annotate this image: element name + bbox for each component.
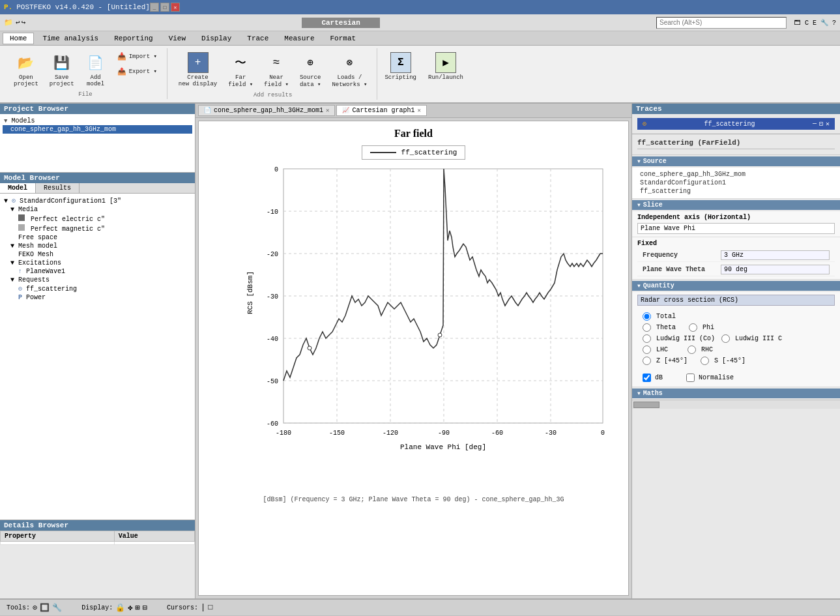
tab-measure[interactable]: Measure: [277, 33, 321, 44]
tool-icon-1[interactable]: ⊙: [33, 603, 37, 613]
trace-delete-icon[interactable]: ✕: [826, 120, 830, 128]
run-launch-button[interactable]: ▶ Run/launch: [424, 50, 468, 83]
cone-tab-close[interactable]: ✕: [326, 107, 329, 114]
tab-trace[interactable]: Trace: [240, 33, 276, 44]
tab-home[interactable]: Home: [3, 33, 34, 44]
source-section-header[interactable]: ▼ Source: [632, 156, 840, 166]
close-button[interactable]: ✕: [171, 3, 180, 12]
doc-tab-cartesian[interactable]: 📈 Cartesian graph1 ✕: [336, 105, 426, 116]
trace-hide-icon[interactable]: —: [813, 120, 817, 128]
svg-text:-60: -60: [267, 420, 278, 428]
svg-text:RCS [dBsm]: RCS [dBsm]: [246, 271, 254, 314]
slice-section-header[interactable]: ▼ Slice: [632, 200, 840, 210]
scripting-button[interactable]: Σ Scripting: [380, 50, 421, 83]
horizontal-scrollbar[interactable]: [632, 400, 840, 409]
expand-icon-mesh: ▼: [10, 242, 18, 250]
radio-rhc-input[interactable]: [688, 345, 696, 354]
radio-s-minus45-input[interactable]: [701, 357, 709, 365]
loads-networks-button[interactable]: ⊗ Loads /Networks ▾: [327, 50, 371, 91]
import-button[interactable]: 📥 Import ▾: [113, 50, 162, 63]
tree-perfect-magnetic[interactable]: Perfect magnetic c": [3, 224, 192, 233]
tree-ff-scattering[interactable]: ⊙ ff_scattering: [3, 284, 192, 293]
db-checkbox[interactable]: [643, 374, 651, 382]
search-input[interactable]: [656, 17, 787, 29]
center-area: 📄 cone_sphere_gap_hh_3GHz_mom1 ✕ 📈 Carte…: [196, 104, 631, 598]
details-browser: Details Browser Property Value: [0, 520, 195, 598]
display-icon-3[interactable]: ⊞: [136, 603, 140, 613]
add-model-button[interactable]: 📄 Addmodel: [81, 50, 111, 90]
tool-icon-3[interactable]: 🔧: [52, 603, 62, 613]
radio-ludwig3-c-input[interactable]: [721, 334, 730, 343]
display-icon-1[interactable]: 🔒: [115, 603, 125, 613]
display-icon-2[interactable]: ✤: [128, 603, 132, 613]
export-button[interactable]: 📤 Export ▾: [113, 65, 162, 78]
source-data-button[interactable]: ⊕ Sourcedata ▾: [295, 50, 325, 91]
project-tree-models[interactable]: ▼ Models: [3, 117, 192, 125]
chart-legend: ff_scattering: [199, 145, 628, 160]
std-config-icon: ⊙: [12, 198, 16, 205]
trace-settings-icon[interactable]: ⊡: [819, 120, 823, 128]
doc-tab-cone[interactable]: 📄 cone_sphere_gap_hh_3GHz_mom1 ✕: [198, 105, 335, 116]
far-field-button[interactable]: 〜 Farfield ▾: [224, 50, 257, 91]
redo-icon[interactable]: ↪: [22, 18, 26, 27]
radio-z-plus45-input[interactable]: [643, 357, 651, 365]
radio-theta-phi-row: Theta Phi: [643, 322, 830, 333]
radio-s-minus45: S [-45°]: [701, 355, 746, 366]
project-tree-cone[interactable]: cone_sphere_gap_hh_3GHz_mom: [3, 125, 192, 134]
tab-display[interactable]: Display: [194, 33, 239, 44]
model-tab-results[interactable]: Results: [36, 183, 80, 193]
plane-wave-theta-value[interactable]: 90 deg: [721, 265, 830, 274]
quantity-section-header[interactable]: ▼ Quantity: [632, 281, 840, 291]
near-field-button[interactable]: ≈ Nearfield ▾: [259, 50, 293, 91]
cartesian-tab-close[interactable]: ✕: [417, 107, 420, 114]
maximize-button[interactable]: □: [160, 3, 169, 12]
tree-standardconfig[interactable]: ▼ ⊙ StandardConfiguration1 [3": [3, 196, 192, 205]
normalise-checkbox-row: Normalise: [681, 372, 739, 384]
tool-icon-2[interactable]: 🔲: [40, 603, 50, 613]
tree-feko-mesh[interactable]: FEKO Mesh: [3, 250, 192, 259]
import-label: Import ▾: [129, 53, 157, 60]
project-browser-tree: ▼ Models cone_sphere_gap_hh_3GHz_mom: [0, 114, 195, 173]
tab-time-analysis[interactable]: Time analysis: [35, 33, 106, 44]
open-project-button[interactable]: 📂 Openproject: [9, 50, 43, 90]
radio-total-input[interactable]: [643, 312, 651, 321]
quantity-value[interactable]: Radar cross section (RCS): [637, 295, 835, 306]
radio-rhc: RHC: [688, 344, 713, 355]
tree-media[interactable]: ▼ Media: [3, 205, 192, 214]
undo-icon[interactable]: ↩: [16, 18, 20, 27]
scrollbar-thumb[interactable]: [633, 402, 659, 408]
minimize-button[interactable]: _: [150, 3, 159, 12]
tree-power[interactable]: P Power: [3, 293, 192, 302]
tab-view[interactable]: View: [162, 33, 193, 44]
cursor-icon-1[interactable]: |: [201, 603, 205, 612]
radio-ludwig3-co-input[interactable]: [643, 334, 651, 343]
cursor-icon-2[interactable]: □: [208, 603, 212, 612]
source-value-2: StandardConfiguration1: [637, 179, 835, 187]
tree-planewave[interactable]: ↑ PlaneWave1: [3, 267, 192, 276]
trace-action-icons: — ⊡ ✕: [813, 120, 830, 128]
model-tab-model[interactable]: Model: [0, 183, 36, 193]
trace-ff-scattering[interactable]: ⊙ ff_scattering — ⊡ ✕: [637, 118, 835, 130]
tree-mesh-model[interactable]: ▼ Mesh model: [3, 242, 192, 250]
title-bar: P. POSTFEKO v14.0.420 - [Untitled] _ □ ✕: [0, 0, 840, 14]
tab-reporting[interactable]: Reporting: [107, 33, 160, 44]
save-project-button[interactable]: 💾 Saveproject: [45, 50, 79, 90]
right-panel: Traces ⊙ ff_scattering — ⊡ ✕ ff_scatteri…: [631, 104, 840, 598]
maths-section-header[interactable]: ▼ Maths: [632, 389, 840, 398]
radio-z-plus45-label: Z [+45°]: [656, 357, 688, 364]
tab-format[interactable]: Format: [323, 33, 364, 44]
tree-perfect-electric[interactable]: Perfect electric c": [3, 214, 192, 224]
independent-axis-value[interactable]: Plane Wave Phi: [637, 223, 835, 234]
ribbon-group-file: 📂 Openproject 💾 Saveproject 📄 Addmodel 📥…: [4, 48, 167, 99]
create-display-button[interactable]: + Createnew display: [174, 50, 222, 90]
ribbon-file-buttons: 📂 Openproject 💾 Saveproject 📄 Addmodel 📥…: [9, 50, 162, 90]
frequency-value[interactable]: 3 GHz: [721, 250, 830, 260]
tree-requests[interactable]: ▼ Requests: [3, 276, 192, 284]
radio-theta-input[interactable]: [643, 323, 651, 332]
tree-free-space[interactable]: Free space: [3, 233, 192, 242]
normalise-checkbox[interactable]: [686, 374, 695, 382]
radio-lhc-input[interactable]: [643, 345, 651, 354]
display-icon-4[interactable]: ⊟: [143, 603, 147, 613]
tree-excitations[interactable]: ▼ Excitations: [3, 259, 192, 267]
radio-phi-input[interactable]: [689, 323, 697, 332]
